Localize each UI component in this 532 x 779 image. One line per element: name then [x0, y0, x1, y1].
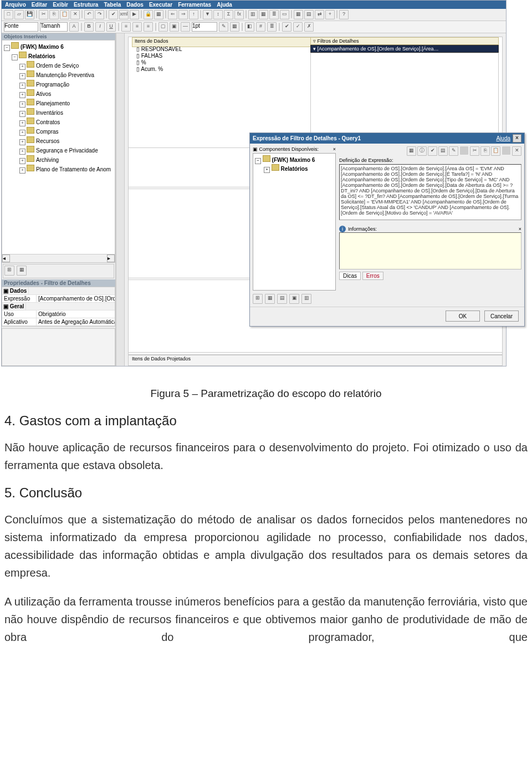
tree-scroll-h[interactable]: ◂ ▸	[2, 254, 115, 262]
style-icon[interactable]: ✎	[219, 22, 228, 32]
list-icon[interactable]: ≣	[269, 10, 279, 19]
data-item[interactable]: ▯ %	[132, 59, 309, 66]
border-icon[interactable]: ▢	[158, 22, 168, 32]
tree-item[interactable]: Compras	[36, 129, 59, 135]
cancel-button[interactable]: Cancelar	[484, 310, 519, 322]
redo-icon[interactable]: ↷	[95, 10, 104, 19]
tree-item[interactable]: Segurança e Privacidade	[36, 147, 98, 154]
query-explorer-handle[interactable]	[116, 33, 125, 366]
apply-icon[interactable]: ✓	[293, 22, 303, 32]
table-icon[interactable]: ▦	[230, 22, 239, 32]
tree-item[interactable]: Ativos	[36, 91, 51, 97]
info-icon[interactable]: ⓘ	[417, 146, 427, 156]
underline-icon[interactable]: U	[106, 22, 116, 32]
macros-tab-icon[interactable]: ▥	[301, 294, 311, 304]
source-tab-icon[interactable]: ⊞	[4, 266, 14, 276]
menu-estrutura[interactable]: Estrutura	[74, 2, 98, 8]
copy-icon[interactable]: ⎘	[49, 10, 59, 19]
summarize-icon[interactable]: Σ	[224, 10, 233, 19]
pickup-icon[interactable]: ✔	[282, 22, 291, 32]
forward-icon[interactable]: ⇒	[178, 10, 188, 19]
class-icon[interactable]: ≣	[267, 22, 277, 32]
dataitems-tab-icon[interactable]: ▦	[265, 294, 275, 304]
paste-icon[interactable]: 📋	[60, 10, 69, 19]
line-icon[interactable]: —	[181, 22, 190, 32]
validate-icon[interactable]: ✔	[428, 146, 437, 156]
tree-item[interactable]: Contratos	[36, 119, 60, 125]
data-item[interactable]: ▯ Acum. %	[132, 66, 309, 73]
lock-icon[interactable]: 🔒	[144, 10, 153, 19]
functions-tab-icon[interactable]: ▤	[277, 294, 287, 304]
dialog-titlebar[interactable]: Expressão de Filtro de Detalhes - Query1…	[250, 133, 524, 144]
italic-icon[interactable]: I	[95, 22, 105, 32]
paste-icon[interactable]: 📋	[491, 146, 500, 156]
available-components-tree[interactable]: − (FWK) Maximo 6 + Relatórios	[253, 153, 336, 291]
new-icon[interactable]: □	[4, 10, 13, 19]
tree-item[interactable]: Programação	[36, 82, 69, 88]
tree-item[interactable]: Manutenção Preventiva	[36, 72, 94, 78]
filter-icon[interactable]: ▼	[203, 10, 212, 19]
tree-item[interactable]: Plano de Tratamento de Anom	[36, 166, 111, 172]
delete-icon[interactable]: ✕	[70, 10, 80, 19]
tree-root[interactable]: (FWK) Maximo 6	[21, 44, 64, 50]
detail-filter-row-selected[interactable]: ▾ [Acompanhamento de OS].[Ordem de Servi…	[310, 45, 499, 53]
tree-item[interactable]: Archiving	[36, 157, 59, 163]
tree-item[interactable]: Recursos	[36, 138, 59, 144]
align-center-icon[interactable]: ≡	[132, 22, 142, 32]
source-tab-icon[interactable]: ⊞	[253, 294, 263, 304]
fill-icon[interactable]: ▣	[170, 22, 179, 32]
crosstab-icon[interactable]: ▦	[259, 10, 268, 19]
tab-erros[interactable]: Erros	[362, 272, 383, 280]
chart-icon[interactable]: ▥	[248, 10, 258, 19]
menu-dados[interactable]: Dados	[126, 2, 144, 8]
font-color-icon[interactable]: A	[69, 22, 79, 32]
data-format-icon[interactable]: #	[256, 22, 265, 32]
edit-icon[interactable]: ✎	[449, 146, 458, 156]
align-right-icon[interactable]: ≡	[144, 22, 153, 32]
tab-dicas[interactable]: Dicas	[339, 272, 361, 280]
bold-icon[interactable]: B	[84, 22, 94, 32]
font-family-select[interactable]: Fonte	[4, 22, 38, 32]
close-components-icon[interactable]: ×	[333, 146, 336, 152]
delete-icon[interactable]: ✕	[512, 146, 521, 156]
calc-icon[interactable]: fx	[234, 10, 244, 19]
select-all-icon[interactable]: ▦	[407, 146, 416, 156]
ok-button[interactable]: OK	[446, 310, 480, 322]
headers-icon[interactable]: ▦	[154, 10, 163, 19]
scroll-left-icon[interactable]: ◂	[2, 254, 10, 262]
sort-icon[interactable]: ↕	[213, 10, 223, 19]
menu-ferramentas[interactable]: Ferramentas	[178, 2, 211, 8]
clear-icon[interactable]: ✗	[304, 22, 314, 32]
menu-executar[interactable]: Executar	[149, 2, 172, 8]
align-left-icon[interactable]: ≡	[121, 22, 131, 32]
dialog-help-link[interactable]: Ajuda	[496, 135, 510, 141]
data-item[interactable]: ▯ FALHAS	[132, 53, 309, 59]
expression-textarea[interactable]: [Acompanhamento de OS].[Ordem de Serviço…	[339, 164, 521, 220]
close-info-icon[interactable]: ×	[519, 226, 521, 232]
cond-style-icon[interactable]: ◧	[245, 22, 254, 32]
dataitems-tab-icon[interactable]: ▦	[17, 266, 27, 276]
data-items-list[interactable]: ▯ RESPONSAVEL ▯ FALHAS ▯ % ▯ Acum. %	[132, 46, 309, 73]
xml-icon[interactable]: xml	[119, 10, 129, 19]
section-icon[interactable]: ▭	[280, 10, 289, 19]
cut-icon[interactable]: ✂	[39, 10, 48, 19]
tree-relatorios[interactable]: Relatórios	[28, 53, 55, 59]
close-icon[interactable]: ×	[513, 134, 521, 142]
tree-item[interactable]: Inventários	[36, 110, 63, 116]
prop-val-uso[interactable]: Obrigatório	[37, 310, 115, 318]
data-item[interactable]: ▯ RESPONSAVEL	[132, 46, 309, 53]
history-icon[interactable]: ▤	[438, 146, 448, 156]
back-icon[interactable]: ⇐	[168, 10, 177, 19]
font-size-select[interactable]: Tamanh	[40, 22, 68, 32]
prop-val-aplicativo[interactable]: Antes de Agregação Automática	[37, 318, 115, 325]
swap-icon[interactable]: ⇄	[315, 10, 324, 19]
menu-ajuda[interactable]: Ajuda	[217, 2, 232, 8]
menu-exibir[interactable]: Exibir	[53, 2, 68, 8]
parameters-tab-icon[interactable]: ▣	[289, 294, 299, 304]
package-tree[interactable]: −(FWK) Maximo 6 −Relatórios +Ordem de Se…	[2, 40, 115, 263]
validate-icon[interactable]: ✔	[109, 10, 118, 19]
insert-icon[interactable]: +	[325, 10, 335, 19]
undo-icon[interactable]: ↶	[84, 10, 94, 19]
cut-icon[interactable]: ✂	[470, 146, 479, 156]
group-icon[interactable]: ▦	[294, 10, 303, 19]
